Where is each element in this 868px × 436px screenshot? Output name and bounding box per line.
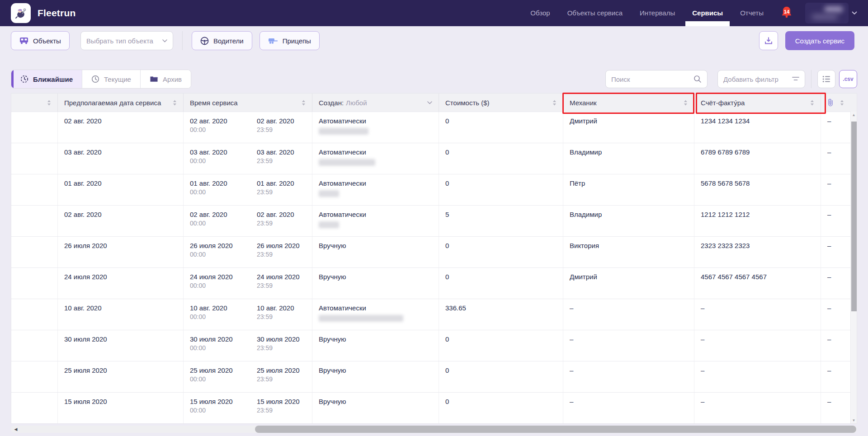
tab-current-label: Текущие: [104, 75, 131, 83]
search-input[interactable]: [611, 75, 688, 83]
time-from: 30 июля 2020 00:00: [190, 335, 257, 356]
column-header-attachments[interactable]: [821, 94, 850, 112]
search-box: [605, 70, 708, 88]
cell-date: 26 июля 2020: [58, 237, 184, 267]
drivers-button[interactable]: Водители: [192, 31, 252, 50]
horizontal-scrollbar-thumb[interactable]: [255, 426, 856, 433]
paperclip-icon: [827, 98, 834, 107]
cell-time: 25 июля 2020 00:00 25 июля 2020 23:59: [184, 361, 312, 392]
cell-created: Автоматически: [312, 143, 439, 174]
cell-select: [11, 361, 58, 392]
cell-attachments: –: [821, 143, 850, 174]
cell-time: 02 авг. 2020 00:00 02 авг. 2020 23:59: [184, 112, 312, 143]
table-row[interactable]: 15 июля 2020 15 июля 2020 00:00 15 июля …: [11, 392, 857, 423]
user-menu[interactable]: [805, 3, 857, 23]
cell-cost: 0: [439, 268, 563, 299]
table-row[interactable]: 01 авг. 2020 01 авг. 2020 00:00 01 авг. …: [11, 174, 857, 205]
nav-item-intervals[interactable]: Интервалы: [640, 0, 675, 26]
table-row[interactable]: 26 июля 2020 26 июля 2020 00:00 26 июля …: [11, 236, 857, 267]
tab-upcoming-label: Ближайшие: [33, 75, 73, 83]
objects-button[interactable]: Объекты: [11, 31, 70, 50]
list-view-button[interactable]: [817, 70, 835, 88]
column-header-invoice[interactable]: Счёт-факту́ра: [694, 94, 821, 112]
cell-invoice: –: [694, 361, 821, 392]
cell-select: [11, 174, 58, 205]
cell-mechanic: –: [563, 393, 694, 423]
cell-invoice: 6789 6789 6789: [694, 143, 821, 174]
column-header-time[interactable]: Время сервиса: [184, 94, 312, 112]
sort-icon: [173, 100, 177, 106]
scroll-left-arrow[interactable]: ◀: [13, 427, 19, 432]
table-row[interactable]: 30 июля 2020 30 июля 2020 00:00 30 июля …: [11, 330, 857, 361]
cell-attachments: –: [821, 330, 850, 361]
time-to: 10 авг. 2020 23:59: [257, 304, 312, 325]
tab-upcoming[interactable]: Ближайшие: [11, 70, 82, 88]
cell-date: 03 авг. 2020: [58, 143, 184, 174]
column-header-created[interactable]: Создан: Любой: [312, 94, 439, 112]
cell-created: Вручную: [312, 361, 439, 392]
table-row[interactable]: 25 июля 2020 25 июля 2020 00:00 25 июля …: [11, 361, 857, 392]
main-nav: Обзор Объекты сервиса Интервалы Сервисы …: [530, 0, 764, 26]
cell-time: 10 авг. 2020 00:00 10 авг. 2020 23:59: [184, 299, 312, 330]
cell-created: Автоматически: [312, 206, 439, 236]
table-row[interactable]: 03 авг. 2020 03 авг. 2020 00:00 03 авг. …: [11, 143, 857, 174]
nav-item-service-objects[interactable]: Объекты сервиса: [567, 0, 623, 26]
time-from: 03 авг. 2020 00:00: [190, 148, 257, 169]
cell-time: 02 авг. 2020 00:00 02 авг. 2020 23:59: [184, 206, 312, 236]
time-to: 30 июля 2020 23:59: [257, 335, 312, 356]
fleetrun-logo[interactable]: [11, 3, 31, 23]
column-header-cost[interactable]: Стоимость ($): [439, 94, 563, 112]
cell-date: 10 авг. 2020: [58, 299, 184, 330]
table-row[interactable]: 10 авг. 2020 10 авг. 2020 00:00 10 авг. …: [11, 299, 857, 330]
export-csv-button[interactable]: .csv: [839, 70, 857, 88]
notifications-bell-button[interactable]: 14: [780, 5, 793, 21]
cell-attachments: –: [821, 361, 850, 392]
trailers-button[interactable]: Прицепы: [259, 31, 320, 50]
table-row[interactable]: 24 июля 2020 24 июля 2020 00:00 24 июля …: [11, 267, 857, 299]
cell-invoice: 1234 1234 1234: [694, 112, 821, 143]
chevron-down-icon: [852, 11, 857, 15]
download-icon: [764, 36, 773, 45]
time-from: 01 авг. 2020 00:00: [190, 179, 257, 200]
table-row[interactable]: 02 авг. 2020 02 авг. 2020 00:00 02 авг. …: [11, 112, 857, 143]
cell-mechanic: –: [563, 299, 694, 330]
object-type-select[interactable]: Выбрать тип объекта: [80, 31, 173, 50]
cell-select: [11, 268, 58, 299]
cell-attachments: –: [821, 393, 850, 423]
chevron-down-icon: [427, 101, 432, 104]
tab-archive-label: Архив: [163, 75, 182, 83]
cell-mechanic: Владимир: [563, 206, 694, 236]
nav-item-overview[interactable]: Обзор: [530, 0, 550, 26]
column-header-mechanic[interactable]: Механик: [563, 94, 694, 112]
bell-icon: 14: [780, 6, 793, 20]
vertical-scrollbar-thumb[interactable]: [851, 122, 857, 311]
cell-date: 30 июля 2020: [58, 330, 184, 361]
add-filter-button[interactable]: Добавить фильтр: [717, 70, 805, 88]
nav-item-services[interactable]: Сервисы: [692, 0, 723, 26]
column-header-select[interactable]: [11, 94, 58, 112]
tab-current[interactable]: Текущие: [82, 70, 141, 88]
cell-select: [11, 206, 58, 236]
cell-created: Автоматически: [312, 299, 439, 330]
csv-label: .csv: [843, 76, 853, 82]
app-title: Fleetrun: [38, 8, 75, 19]
time-to: 01 авг. 2020 23:59: [257, 179, 312, 200]
tab-archive[interactable]: Архив: [141, 70, 191, 88]
scroll-down-arrow[interactable]: ▼: [851, 417, 857, 423]
cell-select: [11, 237, 58, 267]
export-download-button[interactable]: [759, 31, 778, 50]
list-view-icon: [822, 75, 830, 83]
cell-time: 24 июля 2020 00:00 24 июля 2020 23:59: [184, 268, 312, 299]
cell-invoice: –: [694, 393, 821, 423]
scroll-up-arrow[interactable]: ▲: [851, 112, 857, 118]
redacted-text: [319, 128, 368, 135]
table-row[interactable]: 02 авг. 2020 02 авг. 2020 00:00 02 авг. …: [11, 205, 857, 236]
search-icon[interactable]: [693, 75, 702, 83]
sort-icon: [684, 100, 688, 106]
nav-item-reports[interactable]: Отчеты: [740, 0, 764, 26]
column-header-date[interactable]: Предполагаемая дата сервиса: [58, 94, 184, 112]
cell-invoice: 2323 2323 2323: [694, 237, 821, 267]
create-service-button[interactable]: Создать сервис: [785, 31, 854, 50]
cell-attachments: –: [821, 174, 850, 205]
time-from: 25 июля 2020 00:00: [190, 366, 257, 387]
